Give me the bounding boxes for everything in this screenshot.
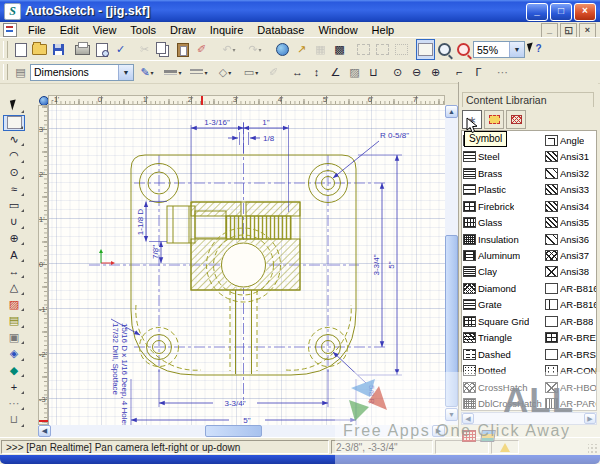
hatch-list-item[interactable]: AR-B816 [545,280,597,296]
dropdown-arrow-icon[interactable]: ▾ [151,69,154,76]
hatch-list-item[interactable]: Ansi35 [545,214,597,230]
hatch-list-item[interactable]: Clay [463,264,545,280]
scroll-up-button[interactable]: ▲ [445,105,458,118]
hatch-list-item[interactable]: Firebrick [463,198,545,214]
polyline-tool[interactable]: ∿ [3,131,25,147]
menu-item[interactable]: Draw [163,23,203,37]
select-previous-button[interactable]: ▼ [392,39,411,60]
dim-horizontal-button[interactable]: ↔ ▼ [288,62,307,83]
menu-item[interactable]: Window [311,23,364,37]
hyperlink-button[interactable]: ▼ [273,39,292,60]
select-crossing-button[interactable]: ▼ [373,39,392,60]
child-restore-button[interactable]: ◱ [560,23,577,38]
toolbar-grip[interactable] [3,64,8,79]
document-icon[interactable] [3,23,17,37]
circle-tool[interactable]: ⊙ [3,164,25,180]
hatch-button[interactable]: ▨ ▼ [345,62,364,83]
scroll-right-button[interactable]: ▶ [432,425,445,437]
dimension-tool[interactable]: ↔ [3,263,25,279]
trim-button[interactable]: ⊔ ▼ [364,62,383,83]
drawing-canvas[interactable]: 1-3/16" 1" 1/8 R 0-5/8" 1-1/8 D 7/8" 3-3… [48,105,446,425]
dropdown-arrow-icon[interactable]: ▾ [204,69,207,76]
select-tool[interactable] [3,98,25,114]
hatch-list-item[interactable]: Glass [463,214,545,230]
snap-tool[interactable]: ⋯ [3,395,25,411]
marker-tool[interactable]: + [3,379,25,395]
hatch-list-item[interactable]: Dashed [463,346,545,362]
menu-item[interactable]: Help [365,23,402,37]
panel-scroll-right-button[interactable]: ▶ [584,413,596,424]
hatch-library-icon[interactable] [462,430,476,442]
menu-item[interactable]: Edit [53,23,86,37]
toolbar-grip[interactable] [3,41,8,57]
hatch-tab[interactable] [506,110,526,129]
hatch-list-item[interactable]: Insulation [463,231,545,247]
maximize-button[interactable]: □ [550,3,572,21]
line-style-button[interactable]: ▼ ▾ [186,62,212,83]
child-close-button[interactable]: × [579,23,596,38]
ole-object-button[interactable]: ▦ ▼ [311,39,330,60]
blocks-tab[interactable] [484,110,504,129]
hatch-list-item[interactable]: AR-BREL [545,330,597,346]
format-painter-button[interactable]: ✐ ▼ [192,39,211,60]
menu-item[interactable]: View [86,23,124,37]
arc-tool[interactable]: ◠ [3,148,25,164]
print-preview-button[interactable]: ▼ [92,39,111,60]
hatch-list-item[interactable]: Angle [545,132,597,148]
hatch-list-item[interactable]: Ansi33 [545,181,597,197]
fill-style-button[interactable]: ◇ ▼ ▾ [212,62,238,83]
hatch-list-item[interactable]: AR-CONC [545,363,597,379]
hatch-list-item[interactable]: Plastic [463,181,545,197]
hatch-list-item[interactable]: Aluminum [463,247,545,263]
text-tool[interactable]: A [3,247,25,263]
circle-diameter-button[interactable]: ⊖ ▼ [407,62,426,83]
scroll-down-button[interactable]: ▼ [445,408,458,421]
vertical-scroll-thumb[interactable] [445,235,458,407]
fill-tool[interactable]: ▤ [3,313,25,329]
hatch-tool[interactable]: ▨ [3,296,25,312]
hatch-list-item[interactable]: Ansi32 [545,165,597,181]
undo-button[interactable]: ↶ ▼ ▾ [216,39,242,60]
zoom-level-combo[interactable]: 55% ▼ [473,41,525,58]
image-tool[interactable]: ▣ [3,329,25,345]
save-button[interactable]: ▼ [49,39,68,60]
hatch-list-item[interactable]: Ansi34 [545,198,597,214]
hatch-list-item[interactable]: CrossHatch [463,379,545,395]
horizontal-scroll-thumb[interactable] [205,425,262,437]
view-manager-button[interactable]: ▩ ▼ [330,39,349,60]
curve-tool[interactable]: ∪ [3,214,25,230]
hatch-list-item[interactable]: AR-B88 [545,313,597,329]
hatch-list-item[interactable]: Diamond [463,280,545,296]
eyedropper-button[interactable]: ✐ ▼ [264,62,283,83]
minimize-button[interactable]: _ [526,3,548,21]
status-snap-indicator[interactable] [491,440,519,454]
open-button[interactable]: ▼ [30,39,49,60]
dim-vertical-button[interactable]: ↕ ▼ [307,62,326,83]
dropdown-arrow-icon[interactable]: ▾ [259,46,262,53]
panel-horizontal-scrollbar[interactable]: ◀ ▶ [461,412,597,425]
publish-web-button[interactable]: ↗ ▼ [292,39,311,60]
chamfer-button[interactable]: Γ ▼ [469,62,488,83]
dropdown-arrow-icon[interactable]: ▾ [228,69,231,76]
hatch-list-item[interactable]: Triangle [463,330,545,346]
panel-scroll-left-button[interactable]: ◀ [462,413,474,424]
zoom-realtime-button[interactable]: ▼ [435,39,454,60]
hatch-list-item[interactable]: DblCrossHatch [463,396,545,412]
hatch-list-item[interactable]: Grate [463,297,545,313]
menu-item[interactable]: Tools [123,23,163,37]
resize-grip[interactable] [588,444,598,454]
paste-button[interactable]: ▼ [173,39,192,60]
print-button[interactable]: ▼ [73,39,92,60]
hatch-list-item[interactable]: Ansi31 [545,148,597,164]
hatch-list-item[interactable]: AR-HBON [545,379,597,395]
properties-button[interactable]: ▤ ▼ [11,62,30,83]
dropdown-arrow-icon[interactable]: ▾ [255,69,258,76]
layer-combo[interactable]: Dimensions ▼ [30,64,134,81]
polygon-tool[interactable]: △ [3,280,25,296]
hatch-list-item[interactable]: Square Grid [463,313,545,329]
hatch-list-item[interactable]: Ansi38 [545,264,597,280]
cut-button[interactable]: ✂ ▼ [135,39,154,60]
dropdown-arrow-icon[interactable]: ▾ [178,69,181,76]
zoom-in-button[interactable]: ▼ [454,39,473,60]
menu-item[interactable]: Database [250,23,311,37]
